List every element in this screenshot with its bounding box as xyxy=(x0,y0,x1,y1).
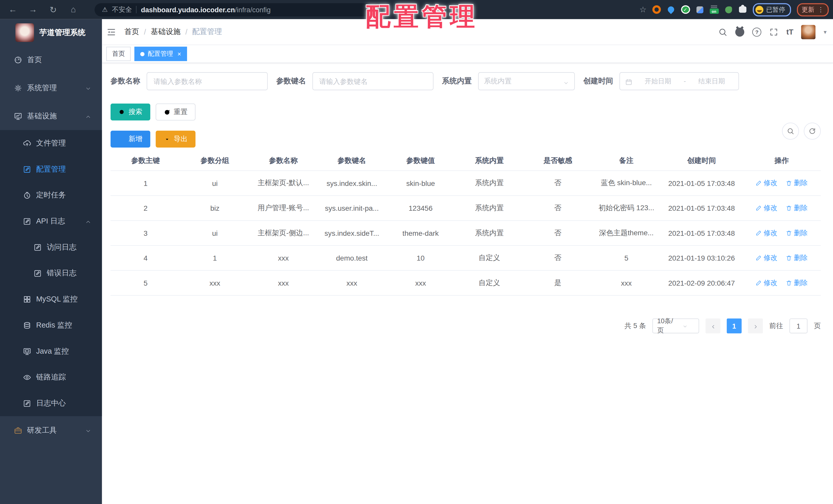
param-name-input[interactable] xyxy=(147,72,268,90)
cell-name: 用户管理-账号... xyxy=(249,196,317,221)
breadcrumb-home[interactable]: 首页 xyxy=(124,27,139,36)
sidebar-item-label: 基础设施 xyxy=(27,111,57,121)
cell-key: sys.user.init-pa... xyxy=(317,196,386,221)
calendar-icon xyxy=(625,78,632,85)
extension-squares-icon[interactable] xyxy=(695,5,704,14)
url-path: /infra/config xyxy=(235,6,271,14)
user-avatar[interactable] xyxy=(801,25,816,39)
help-icon[interactable]: ? xyxy=(753,27,761,36)
cell-sensitive: 否 xyxy=(524,221,592,246)
delete-link[interactable]: 删除 xyxy=(786,178,808,188)
sidebar-item-home[interactable]: 首页 xyxy=(0,46,102,74)
table-header-row: 参数主键参数分组参数名称参数键名参数键值系统内置是否敏感备注创建时间操作 xyxy=(111,152,821,171)
refresh-table-button[interactable] xyxy=(804,123,821,140)
goto-page-input[interactable] xyxy=(789,319,808,333)
export-button[interactable]: 导出 xyxy=(156,131,195,148)
edit-link[interactable]: 修改 xyxy=(756,278,778,288)
extension-orange-icon[interactable] xyxy=(652,5,661,14)
sidebar-item-label: 定时任务 xyxy=(36,190,66,200)
prev-page-button[interactable] xyxy=(706,319,720,333)
sidebar-item-config-mgmt[interactable]: 配置管理 xyxy=(0,156,102,182)
browser-reload-icon[interactable]: ↻ xyxy=(48,5,58,15)
navbar-actions: ? tT ▾ xyxy=(718,19,827,45)
end-date-placeholder: 结束日期 xyxy=(690,77,733,86)
search-button[interactable]: 搜索 xyxy=(111,104,150,121)
edit-link[interactable]: 修改 xyxy=(756,178,778,188)
font-size-icon[interactable]: tT xyxy=(786,28,793,36)
url-bar[interactable]: ⚠ 不安全 dashboard.yudao.iocoder.cn/infra/c… xyxy=(95,3,373,16)
sidebar-item-system-mgmt[interactable]: 系统管理 xyxy=(0,74,102,102)
profile-paused-chip[interactable]: 已暂停 xyxy=(753,3,791,16)
column-header: 系统内置 xyxy=(455,152,524,171)
dashboard-icon xyxy=(14,55,22,64)
sidebar-item-mysql-monitor[interactable]: MySQL 监控 xyxy=(0,286,102,312)
browser-update-button[interactable]: 更新 ⋮ xyxy=(797,3,829,16)
cell-key: xxx xyxy=(317,271,386,296)
browser-home-icon[interactable]: ⌂ xyxy=(68,5,79,14)
add-button[interactable]: 新增 xyxy=(111,131,150,148)
reset-button[interactable]: 重置 xyxy=(156,104,195,121)
trash-icon xyxy=(786,180,792,186)
browser-menu-kebab-icon[interactable]: ⋮ xyxy=(818,6,824,13)
param-key-input[interactable] xyxy=(312,72,433,90)
toggle-search-button[interactable] xyxy=(782,123,799,140)
tags-bar: 首页 配置管理 × xyxy=(102,45,833,63)
date-range-picker[interactable]: 开始日期 - 结束日期 xyxy=(619,72,739,90)
cell-value: xxx xyxy=(386,271,455,296)
browser-back-icon[interactable]: ← xyxy=(7,5,18,14)
sidebar-item-label: API 日志 xyxy=(36,216,65,226)
extension-leaf-icon[interactable] xyxy=(724,5,733,14)
app-logo-row[interactable]: 芋道管理系统 xyxy=(0,19,102,46)
cell-value: theme-dark xyxy=(386,221,455,246)
update-label: 更新 xyxy=(802,5,814,14)
cell-group: ui xyxy=(181,171,249,196)
cell-id: 3 xyxy=(111,221,181,246)
extension-check-icon[interactable]: ✓ xyxy=(681,5,689,14)
extension-pin-icon[interactable] xyxy=(667,5,675,14)
sidebar-item-access-logs[interactable]: 访问日志 xyxy=(0,234,102,260)
cell-name: xxx xyxy=(249,246,317,271)
cell-remark: 蓝色 skin-blue... xyxy=(592,171,661,196)
delete-link[interactable]: 删除 xyxy=(786,228,808,238)
tag-config-mgmt[interactable]: 配置管理 × xyxy=(134,47,187,61)
avatar-caret-icon[interactable]: ▾ xyxy=(824,28,827,35)
sidebar-item-tracing[interactable]: 链路追踪 xyxy=(0,364,102,390)
insecure-label: 不安全 xyxy=(112,5,132,14)
sidebar-item-dev-tools[interactable]: 研发工具 xyxy=(0,416,102,444)
sidebar-item-api-logs[interactable]: API 日志 xyxy=(0,208,102,234)
sidebar-item-infrastructure[interactable]: 基础设施 xyxy=(0,102,102,130)
sidebar-item-redis-monitor[interactable]: Redis 监控 xyxy=(0,312,102,338)
sidebar-collapse-icon[interactable] xyxy=(106,27,116,37)
delete-link[interactable]: 删除 xyxy=(786,253,808,262)
current-page-button[interactable]: 1 xyxy=(727,319,742,333)
cell-remark: xxx xyxy=(592,271,661,296)
delete-link[interactable]: 删除 xyxy=(786,278,808,288)
sidebar-item-file-mgmt[interactable]: 文件管理 xyxy=(0,130,102,156)
extensions-puzzle-icon[interactable] xyxy=(738,5,747,14)
edit-link[interactable]: 修改 xyxy=(756,203,778,213)
page-size-select[interactable]: 10条/页 xyxy=(652,319,699,333)
cell-sensitive: 否 xyxy=(524,246,592,271)
sidebar-item-scheduled-tasks[interactable]: 定时任务 xyxy=(0,182,102,208)
sidebar-item-log-center[interactable]: 日志中心 xyxy=(0,390,102,416)
extension-on-badge-icon[interactable]: on xyxy=(710,5,718,14)
tag-close-icon[interactable]: × xyxy=(177,50,181,57)
sidebar-item-label: 链路追踪 xyxy=(36,372,66,382)
bookmark-star-icon[interactable]: ☆ xyxy=(639,5,646,14)
app-title: 芋道管理系统 xyxy=(40,27,86,37)
sidebar: 芋道管理系统 首页 系统管理 基础设施 文件管理 xyxy=(0,19,102,504)
cell-builtin: 自定义 xyxy=(455,271,524,296)
search-icon[interactable] xyxy=(718,27,727,36)
github-icon[interactable] xyxy=(736,27,744,36)
sidebar-item-java-monitor[interactable]: Java 监控 xyxy=(0,338,102,364)
next-page-button[interactable] xyxy=(748,319,763,333)
breadcrumb-infrastructure[interactable]: 基础设施 xyxy=(151,27,181,36)
fullscreen-icon[interactable] xyxy=(769,27,778,36)
browser-forward-icon[interactable]: → xyxy=(28,5,39,14)
tag-home[interactable]: 首页 xyxy=(106,47,130,61)
sidebar-item-error-logs[interactable]: 错误日志 xyxy=(0,260,102,286)
delete-link[interactable]: 删除 xyxy=(786,203,808,213)
builtin-select[interactable]: 系统内置 xyxy=(478,72,575,90)
edit-link[interactable]: 修改 xyxy=(756,253,778,262)
edit-link[interactable]: 修改 xyxy=(756,228,778,238)
